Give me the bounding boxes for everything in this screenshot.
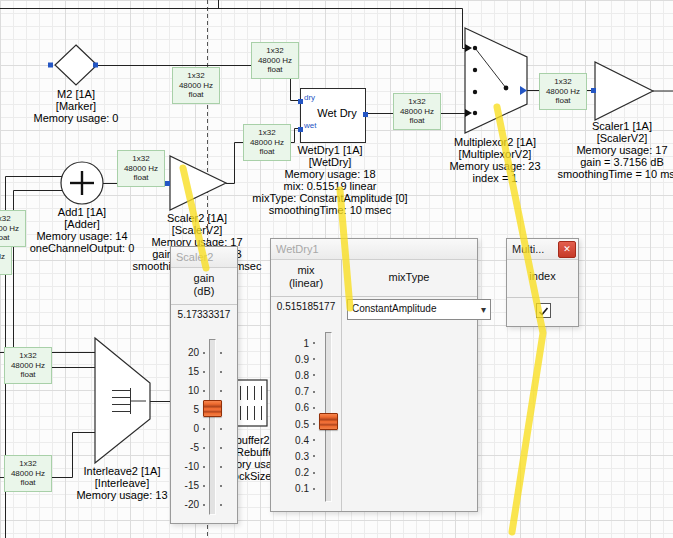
index-checkbox[interactable] [536,303,551,318]
panel-wetdry1[interactable]: WetDry1 mix (linear) mixType 0.515185177… [270,238,478,512]
signal-type-box: 1x3248000 Hzfloat [117,150,165,187]
slider-tick: 10 [173,381,233,400]
block-wetdry[interactable]: dry wet Wet Dry [300,88,366,143]
mixtype-selected-value: ConstantAmplitude [352,303,437,314]
signal-type-box: 1x3248000 Hzfloat [0,210,26,247]
diagram-canvas: 1x3248000 Hzfloat 1x3248000 Hzfloat 1x32… [0,0,673,538]
signal-type-box: 1x3248000 Hzfloat [251,42,299,79]
slider-tick: -15 [173,476,233,495]
signal-type-box: 1x3248000 Hzfloat [393,93,441,130]
panel-multiplexor2[interactable]: Multi... ✕ index [506,238,579,327]
check-icon [537,305,550,318]
scaler2-block-shape[interactable] [170,156,226,210]
signal-type-box: 1x3248000 Hzfloat [4,347,52,384]
slider-tick: -10 [173,457,233,476]
scaler1-block-shape[interactable] [595,62,653,120]
gain-param-header: gain (dB) [171,272,237,298]
block-label-m2: M2 [1A] [Marker] Memory usage: 0 [34,88,119,124]
signal-type-box: 1x3248000 Hzfloat [4,455,52,492]
multiplexor-block-shape[interactable] [465,28,527,133]
gain-slider-scale: 20151050-5-10-15-20 [173,343,233,514]
mixtype-param-header: mixType [341,271,477,284]
slider-tick: 0 [173,419,233,438]
close-icon[interactable]: ✕ [558,241,576,258]
dry-input-port[interactable] [298,99,303,104]
slider-tick: 20 [173,343,233,362]
separator [507,297,578,298]
panel-title[interactable]: Scaler2 [171,247,237,268]
wet-input-port[interactable] [298,127,303,132]
slider-tick: 15 [173,362,233,381]
dry-input-label: dry [304,93,315,102]
mix-param-header: mix (linear) [271,264,341,290]
block-label-multiplexor2: Multiplexor2 [1A] [MultiplexorV2] Memory… [449,136,540,184]
mix-slider-handle[interactable] [319,413,338,430]
slider-tick: -5 [173,438,233,457]
chevron-down-icon: ▾ [481,301,486,318]
signal-type-box: 1x3248000 Hzfloat [172,67,220,104]
panel-title[interactable]: WetDry1 [271,239,477,260]
slider-tick: -20 [173,495,233,514]
block-label-interleave2: Interleave2 [1A] [Interleave] Memory usa… [76,465,167,501]
wetdry-output-port[interactable] [363,112,368,117]
panel-scaler2[interactable]: Scaler2 gain (dB) 5.17333317 20151050-5-… [170,246,238,524]
signal-type-box: 1x3248000 Hzfloat [243,124,291,161]
separator [171,304,237,305]
mix-value[interactable]: 0.515185177 [271,301,341,312]
mixtype-dropdown[interactable]: ConstantAmplitude ▾ [347,299,491,320]
signal-type-box: 1x3248000 Hzfloat [539,73,587,110]
marker-block-shape[interactable] [55,45,97,85]
gain-value[interactable]: 5.17333317 [171,309,237,320]
block-label-add1: Add1 [1A] [Adder] Memory usage: 14 oneCh… [30,206,135,254]
gain-slider-handle[interactable] [203,400,222,417]
index-param-header: index [507,270,578,283]
wet-input-label: wet [304,121,316,130]
wetdry-block-name: Wet Dry [301,107,365,119]
separator [271,296,477,297]
block-label-scaler1: Scaler1 [1A] [ScalerV2] Memory usage: 17… [558,120,673,180]
gain-slider-track[interactable] [209,339,216,515]
